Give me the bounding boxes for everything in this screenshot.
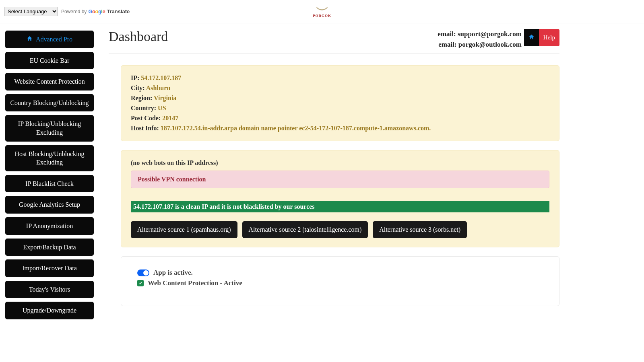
powered-by-label: Powered by Google Translate xyxy=(61,8,130,14)
sidebar-item-content-protection[interactable]: Website Content Protection xyxy=(5,73,94,90)
sidebar-item-label: IP Blocking/Unblocking Excluding xyxy=(18,120,81,136)
sidebar-item-advanced-pro[interactable]: Advanced Pro xyxy=(5,31,94,48)
ip-label: IP: xyxy=(131,74,141,81)
sidebar-item-export[interactable]: Export/Backup Data xyxy=(5,239,94,256)
home-button[interactable] xyxy=(524,29,539,46)
page-header: Dashboard email: support@porgok.com emai… xyxy=(109,29,559,54)
alt-source-1-button[interactable]: Alternative source 1 (spamhaus.org) xyxy=(131,221,237,238)
alt-source-2-button[interactable]: Alternative source 2 (talosintelligence.… xyxy=(242,221,368,238)
help-button[interactable]: Help xyxy=(539,29,559,46)
sidebar-item-label: Export/Backup Data xyxy=(23,244,76,251)
sidebar-item-ip-anon[interactable]: IP Anonymization xyxy=(5,217,94,235)
city-label: City: xyxy=(131,84,146,91)
sidebar-item-label: Website Content Protection xyxy=(14,78,85,85)
sidebar-item-label: Upgrade/Downgrade xyxy=(23,307,76,314)
sidebar-item-label: IP Blacklist Check xyxy=(25,180,73,187)
sidebar-item-import[interactable]: Import/Recover Data xyxy=(5,259,94,277)
brand-logo: PORGOK xyxy=(313,6,331,17)
alt-source-label: Alternative source 2 (talosintelligence.… xyxy=(249,226,362,233)
alt-source-label: Alternative source 1 (spamhaus.org) xyxy=(137,226,231,233)
sidebar: Advanced Pro EU Cookie Bar Website Conte… xyxy=(0,23,99,327)
alt-source-3-button[interactable]: Alternative source 3 (sorbs.net) xyxy=(373,221,467,238)
sidebar-item-country-blocking[interactable]: Country Blocking/Unblocking xyxy=(5,94,94,112)
brand-bowl-icon xyxy=(315,6,329,13)
host-label: Host Info: xyxy=(131,125,161,132)
powered-by-text: Powered by xyxy=(61,9,87,14)
postcode-value: 20147 xyxy=(162,115,178,121)
wcp-active-row: ✓ Web Content Protection - Active xyxy=(137,279,543,287)
ip-line: IP: 54.172.107.187 xyxy=(131,74,549,82)
sidebar-item-label: Today's Visitors xyxy=(29,286,70,293)
country-line: Country: US xyxy=(131,105,549,112)
language-select[interactable]: Select Language xyxy=(4,7,58,16)
email-outlook: email: porgok@outlook.com xyxy=(438,39,521,50)
sidebar-item-label: Import/Recover Data xyxy=(22,265,77,272)
email-support: email: support@porgok.com xyxy=(438,29,521,39)
vpn-alert: Possible VPN connection xyxy=(131,171,549,188)
home-icon xyxy=(528,34,535,41)
sidebar-item-eu-cookie[interactable]: EU Cookie Bar xyxy=(5,52,94,70)
sidebar-item-ga-setup[interactable]: Google Analytics Setup xyxy=(5,196,94,214)
alt-source-label: Alternative source 3 (sorbs.net) xyxy=(379,226,460,233)
ip-info-panel: IP: 54.172.107.187 City: Ashburn Region:… xyxy=(121,65,559,141)
postcode-label: Post Code: xyxy=(131,115,162,121)
city-line: City: Ashburn xyxy=(131,84,549,92)
postcode-line: Post Code: 20147 xyxy=(131,115,549,122)
app-active-toggle[interactable] xyxy=(137,269,149,276)
sidebar-item-label: IP Anonymization xyxy=(26,222,73,229)
sidebar-item-ip-blocking[interactable]: IP Blocking/Unblocking Excluding xyxy=(5,115,94,141)
host-line: Host Info: 187.107.172.54.in-addr.arpa d… xyxy=(131,125,549,132)
support-emails: email: support@porgok.com email: porgok@… xyxy=(438,29,521,49)
brand-name: PORGOK xyxy=(313,14,331,17)
country-value: US xyxy=(158,105,166,111)
top-bar: Select Language Powered by Google Transl… xyxy=(0,0,644,23)
sidebar-item-upgrade[interactable]: Upgrade/Downgrade xyxy=(5,302,94,319)
main-content: Dashboard email: support@porgok.com emai… xyxy=(99,23,574,318)
home-icon xyxy=(27,36,34,43)
bots-panel: (no web bots on this IP address) Possibl… xyxy=(121,150,559,247)
app-active-label: App is active. xyxy=(153,269,193,277)
region-value: Virginia xyxy=(154,95,176,101)
region-label: Region: xyxy=(131,95,154,101)
sidebar-item-label: EU Cookie Bar xyxy=(30,57,70,64)
sidebar-item-label: Host Blocking/Unblocking Excluding xyxy=(15,150,85,166)
header-actions: email: support@porgok.com email: porgok@… xyxy=(438,29,559,49)
no-bots-text: (no web bots on this IP address) xyxy=(131,159,549,167)
status-panel: App is active. ✓ Web Content Protection … xyxy=(121,256,559,306)
ip-value: 54.172.107.187 xyxy=(141,74,181,81)
host-value: 187.107.172.54.in-addr.arpa domain name … xyxy=(161,125,431,132)
city-value: Ashburn xyxy=(146,84,170,91)
clean-ip-bar: 54.172.107.187 is a clean IP and it is n… xyxy=(131,201,549,212)
region-line: Region: Virginia xyxy=(131,95,549,102)
country-label: Country: xyxy=(131,105,158,111)
app-active-row: App is active. xyxy=(137,269,543,277)
check-icon: ✓ xyxy=(137,280,144,286)
sidebar-item-ip-blacklist[interactable]: IP Blacklist Check xyxy=(5,175,94,193)
help-label: Help xyxy=(543,34,555,41)
sidebar-item-label: Advanced Pro xyxy=(36,36,72,43)
wcp-active-label: Web Content Protection - Active xyxy=(148,279,242,287)
sidebar-item-visitors[interactable]: Today's Visitors xyxy=(5,281,94,298)
page-title: Dashboard xyxy=(109,29,168,44)
translate-label: Translate xyxy=(107,8,130,14)
google-logo-icon: Google xyxy=(88,8,105,14)
alt-source-buttons: Alternative source 1 (spamhaus.org) Alte… xyxy=(131,221,549,238)
toggle-knob-icon xyxy=(143,270,149,276)
sidebar-item-label: Google Analytics Setup xyxy=(19,201,80,208)
sidebar-item-host-blocking[interactable]: Host Blocking/Unblocking Excluding xyxy=(5,145,94,171)
sidebar-item-label: Country Blocking/Unblocking xyxy=(10,99,89,106)
